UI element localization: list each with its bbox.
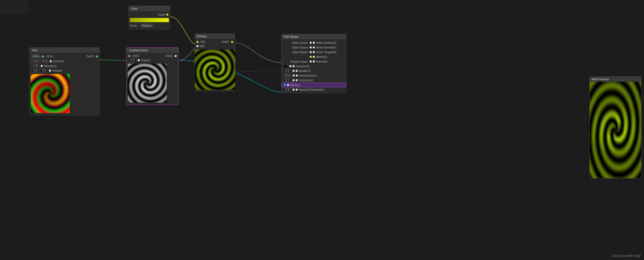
twirl-uv-label: UV(2) (46, 55, 53, 58)
pbr-alphaclip-x[interactable]: X 0 (283, 88, 291, 91)
color-node-header: Color (129, 6, 170, 11)
pbr-normal-label: Normal(3) (316, 60, 327, 63)
color-bar[interactable] (130, 18, 169, 22)
gradient-noise-uv-port[interactable] (128, 55, 130, 57)
pbr-emission-in-port[interactable] (289, 65, 291, 67)
main-preview-canvas (590, 82, 641, 178)
twirl-preview (31, 74, 70, 113)
pbr-alphaclip-in-port[interactable] (292, 89, 295, 91)
gradient-noise-scale-port[interactable] (138, 59, 140, 61)
pbr-alphaclip-out-port[interactable] (296, 89, 298, 91)
pbr-vertex-normal-label: Vertex Normal(3) (316, 46, 336, 49)
main-preview-panel: Main Preview (589, 76, 641, 178)
pbr-occlusion-out-port[interactable] (296, 79, 298, 81)
pbr-master-body: Object Space Vertex Position(3) Object S… (282, 39, 346, 93)
gradient-noise-scale-row: X 3 Scale(1) (127, 58, 178, 63)
pbr-alpha-out-port[interactable] (287, 84, 289, 86)
multiply-a-row: A(4) Out(4) (195, 40, 235, 44)
pbr-metallic-out-port[interactable] (296, 70, 298, 72)
pbr-normal-out-port[interactable] (313, 60, 315, 63)
pbr-vertex-tangent-out-port[interactable] (313, 51, 315, 53)
twirl-offset-label: Offset(2) (52, 69, 62, 72)
color-out-port[interactable] (166, 14, 168, 16)
pbr-vertex-tangent-row: Object Space Vertex Tangent(3) (282, 50, 346, 54)
pbr-master-node: PBR Master Object Space Vertex Position(… (281, 34, 346, 93)
pbr-vertex-normal-row: Object Space Vertex Normal(3) (282, 45, 346, 50)
twirl-center-y[interactable]: Y 0.5 (40, 60, 48, 63)
gradient-noise-scale-label: Scale(1) (141, 59, 150, 62)
gradient-noise-out-port[interactable] (175, 55, 177, 57)
pbr-metallic-label: Metallic(1) (299, 70, 311, 72)
gradient-noise-uv-left: UV(2) (128, 54, 140, 57)
twirl-node-header: Twirl (30, 48, 99, 53)
pbr-vertex-normal-out-port[interactable] (313, 46, 315, 48)
twirl-offset-port[interactable] (49, 70, 51, 72)
pbr-normal-row: Tangent Space Normal(3) (282, 59, 346, 64)
multiply-preview (195, 49, 235, 90)
pbr-vertex-pos-space: Object Space (284, 41, 308, 44)
multiply-out-label: Out(4) (222, 40, 229, 43)
pbr-alpha-in-port[interactable] (284, 84, 286, 86)
pbr-smoothness-label: Smoothness(1) (299, 74, 317, 77)
multiply-node: Multiply A(4) Out(4) B(4) (195, 33, 235, 91)
twirl-uv-dropdown[interactable]: UV0 (31, 54, 41, 58)
gradient-noise-preview-canvas (128, 64, 167, 103)
twirl-out-port[interactable] (96, 55, 98, 58)
multiply-a-left: A(4) (196, 40, 207, 43)
twirl-strength-port[interactable] (41, 65, 43, 67)
pbr-occlusion-row: X 1 Occlusion(1) (282, 78, 346, 83)
pbr-albedo-label: Albedo(3) (316, 55, 327, 58)
pbr-vertex-normal-space: Object Space (284, 46, 308, 49)
color-node: Color Out(4) Mode Default (129, 6, 170, 29)
multiply-b-port[interactable] (196, 45, 199, 47)
gradient-noise-scale-val[interactable]: X 3 (128, 59, 137, 62)
color-mode-label: Mode (130, 24, 139, 27)
twirl-center-port[interactable] (50, 60, 52, 62)
pbr-alpha-label: Alpha(1) (290, 84, 300, 86)
pbr-metallic-row: X 0 Metallic(1) (282, 69, 346, 73)
multiply-out-right: Out(4) (221, 40, 233, 43)
pbr-vertex-normal-in-port[interactable] (310, 46, 312, 48)
multiply-out-port[interactable] (231, 41, 233, 43)
pbr-albedo-in-port[interactable] (310, 56, 312, 58)
pbr-smoothness-x[interactable]: X 0.5 (283, 74, 292, 77)
twirl-uv-port[interactable] (42, 55, 44, 58)
twirl-offset-x[interactable]: X 0 (31, 69, 40, 72)
pbr-emission-swatch (283, 64, 288, 68)
pbr-vertex-tangent-label: Vertex Tangent(3) (316, 51, 336, 54)
gradient-noise-out-right: Out(1) (164, 54, 177, 57)
multiply-a-port[interactable] (196, 41, 199, 43)
pbr-vertex-tangent-in-port[interactable] (310, 51, 312, 53)
multiply-node-header: Multiply (195, 34, 235, 39)
twirl-out-right: Out(2) (85, 55, 98, 58)
main-preview-header: Main Preview (590, 77, 641, 82)
multiply-a-label: A(4) (201, 40, 206, 43)
gradient-noise-uv-row: UV(2) Out(1) (127, 54, 178, 58)
pbr-metallic-x[interactable]: X 0 (283, 69, 291, 73)
pbr-occlusion-in-port[interactable] (292, 79, 295, 81)
pbr-albedo-out-port[interactable] (313, 56, 315, 58)
pbr-master-header: PBR Master (282, 34, 346, 39)
pbr-smoothness-out-port[interactable] (296, 75, 298, 77)
twirl-center-label: Center(2) (53, 60, 64, 63)
twirl-center-x[interactable]: X 0.5 (31, 60, 40, 63)
twirl-strength-x[interactable]: X 10 (31, 64, 40, 68)
pbr-emission-out-port[interactable] (292, 65, 295, 67)
twirl-uv-left: UV0 UV(2) (31, 54, 54, 58)
twirl-offset-y[interactable]: Y 0 (40, 69, 48, 72)
twirl-uv-row: UV0 UV(2) Out(2) (30, 54, 99, 59)
pbr-normal-in-port[interactable] (310, 60, 312, 63)
twirl-strength-label: Strength(1) (44, 65, 57, 67)
color-out-row: Out(4) (129, 12, 170, 17)
pbr-vertex-pos-out-port[interactable] (313, 42, 315, 44)
gradient-noise-uv-label: UV(2) (132, 54, 139, 57)
gradient-noise-body: UV(2) Out(1) X 3 Scale(1) (127, 53, 178, 105)
pbr-vertex-pos-label: Vertex Position(3) (316, 41, 336, 44)
pbr-metallic-in-port[interactable] (292, 70, 295, 72)
pbr-emission-label: Emission(3) (296, 65, 309, 68)
pbr-occlusion-x[interactable]: X 1 (283, 79, 291, 82)
pbr-smoothness-in-port[interactable] (293, 75, 295, 77)
color-mode-dropdown[interactable]: Default (141, 24, 154, 28)
pbr-smoothness-row: X 0.5 Smoothness(1) (282, 73, 346, 78)
pbr-vertex-pos-in-port[interactable] (310, 42, 312, 44)
